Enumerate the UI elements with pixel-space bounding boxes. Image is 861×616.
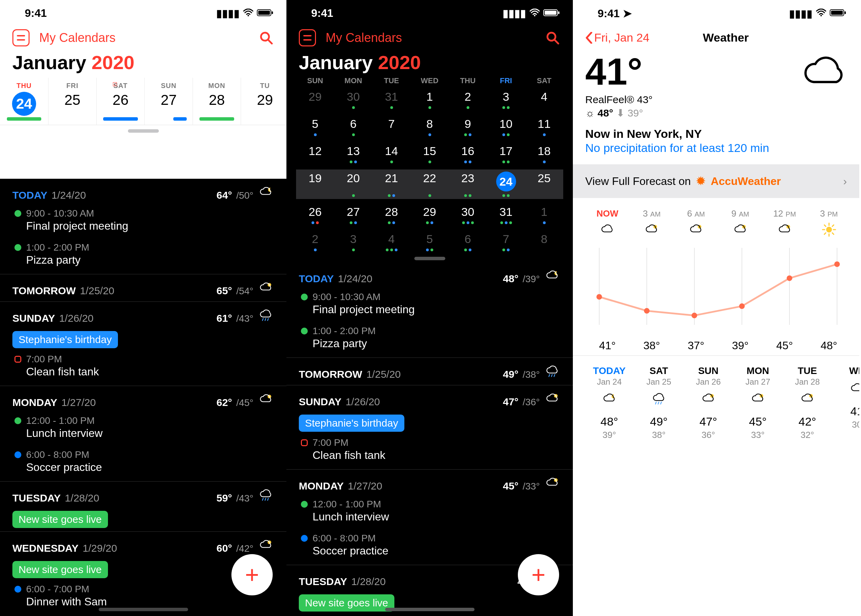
event-item[interactable]: 1:00 - 2:00 PM Pizza party bbox=[286, 324, 573, 357]
agenda-section-header[interactable]: TODAY 1/24/20 64°/50° bbox=[0, 179, 286, 206]
daily-forecast-day[interactable]: TUE Jan 28 42° 32° bbox=[783, 365, 831, 440]
month-grid[interactable]: SUNMONTUEWEDTHUFRISAT 293031123456789101… bbox=[286, 76, 573, 253]
calendar-day[interactable]: 6 bbox=[449, 230, 487, 253]
event-item[interactable]: 9:00 - 10:30 AM Final project meeting bbox=[286, 289, 573, 324]
daily-forecast[interactable]: TODAY Jan 24 48° 39°SAT Jan 25 49° 38°SU… bbox=[573, 355, 859, 440]
calendar-day[interactable]: 7 bbox=[487, 230, 525, 253]
home-indicator[interactable] bbox=[385, 608, 474, 611]
calendar-day[interactable]: 5 bbox=[296, 115, 334, 138]
daily-forecast-day[interactable]: SUN Jan 26 47° 36° bbox=[684, 365, 732, 440]
calendar-day[interactable]: 22 bbox=[411, 170, 449, 199]
calendar-day[interactable]: 19 bbox=[296, 170, 334, 199]
agenda-list[interactable]: TODAY 1/24/20 64°/50° 9:00 - 10:30 AM Fi… bbox=[0, 179, 286, 616]
calendar-day[interactable]: 30 bbox=[334, 88, 372, 111]
all-day-event-badge[interactable]: Stephanie's birthday bbox=[13, 331, 118, 348]
agenda-section-header[interactable]: SUNDAY 1/26/20 61°/43° bbox=[0, 302, 286, 329]
calendar-day[interactable]: 15 bbox=[411, 142, 449, 165]
calendar-day[interactable]: 17 bbox=[487, 142, 525, 165]
calendar-day[interactable]: 5 bbox=[411, 230, 449, 253]
event-item[interactable]: 9:00 - 10:30 AM Final project meeting bbox=[0, 206, 286, 240]
agenda-section-header[interactable]: TOMORROW 1/25/20 65°/54° bbox=[0, 274, 286, 302]
calendar-day[interactable]: 7 bbox=[372, 115, 411, 138]
daily-forecast-day[interactable]: WE 41 30 bbox=[833, 365, 859, 440]
calendar-day[interactable]: 13 bbox=[334, 142, 372, 165]
agenda-section-header[interactable]: TOMORROW 1/25/20 49°/38° bbox=[286, 357, 573, 385]
add-event-button[interactable]: + bbox=[231, 554, 273, 596]
calendar-day[interactable]: 31 bbox=[372, 88, 411, 111]
add-event-button[interactable]: + bbox=[518, 554, 559, 596]
day-cell[interactable]: MON 28 bbox=[192, 78, 241, 125]
event-item[interactable]: 6:00 - 8:00 PM Soccer practice bbox=[0, 447, 286, 481]
calendar-day[interactable]: 10 bbox=[487, 115, 525, 138]
calendar-day[interactable]: 31 bbox=[487, 203, 525, 226]
search-icon[interactable] bbox=[545, 30, 560, 46]
event-item[interactable]: 7:00 PM Clean fish tank bbox=[286, 435, 573, 469]
calendar-day[interactable]: 3 bbox=[334, 230, 372, 253]
precip-message[interactable]: No precipitation for at least 120 min bbox=[573, 141, 859, 164]
agenda-section-header[interactable]: TODAY 1/24/20 48°/39° bbox=[286, 262, 573, 289]
calendar-day[interactable]: 3 bbox=[487, 88, 525, 111]
calendar-day[interactable]: 20 bbox=[334, 170, 372, 199]
calendar-day[interactable]: 4 bbox=[372, 230, 411, 253]
calendar-day[interactable]: 12 bbox=[296, 142, 334, 165]
calendar-day[interactable]: 18 bbox=[525, 142, 563, 165]
calendar-day[interactable]: 24 bbox=[487, 170, 525, 199]
agenda-section-header[interactable]: SUNDAY 1/26/20 47°/36° bbox=[286, 385, 573, 413]
day-cell[interactable]: SUN 27 bbox=[145, 78, 192, 125]
menu-icon[interactable] bbox=[299, 29, 316, 46]
all-day-event-badge[interactable]: Stephanie's birthday bbox=[299, 415, 405, 432]
agenda-section-header[interactable]: MONDAY 1/27/20 62°/45° bbox=[0, 386, 286, 413]
calendar-day[interactable]: 8 bbox=[525, 230, 563, 253]
calendar-day[interactable]: 1 bbox=[525, 203, 563, 226]
search-icon[interactable] bbox=[258, 30, 274, 46]
hourly-forecast[interactable]: NOW3 AM6 AM9 AM12 PM3 PM 41°38°37°39°45°… bbox=[573, 198, 859, 355]
daily-forecast-day[interactable]: SAT Jan 25 49° 38° bbox=[635, 365, 683, 440]
calendar-day[interactable]: 6 bbox=[334, 115, 372, 138]
event-item[interactable]: 1:00 - 2:00 PM Pizza party bbox=[0, 240, 286, 274]
month-title[interactable]: January 2020 bbox=[286, 48, 573, 76]
agenda-section-header[interactable]: TUESDAY 1/28/20 59°/43° bbox=[0, 481, 286, 509]
calendar-selector[interactable]: My Calendars bbox=[39, 31, 249, 45]
calendar-day[interactable]: 29 bbox=[296, 88, 334, 111]
calendar-day[interactable]: 8 bbox=[411, 115, 449, 138]
calendar-day[interactable]: 4 bbox=[525, 88, 563, 111]
event-dots bbox=[411, 248, 449, 251]
menu-icon[interactable] bbox=[13, 29, 30, 46]
day-cell[interactable]: ☑SAT 26 bbox=[96, 78, 145, 125]
agenda-section-header[interactable]: MONDAY 1/27/20 45°/33° bbox=[286, 469, 573, 497]
calendar-day[interactable]: 29 bbox=[411, 203, 449, 226]
calendar-day[interactable]: 26 bbox=[296, 203, 334, 226]
calendar-day[interactable]: 21 bbox=[372, 170, 411, 199]
agenda-section-header[interactable]: WEDNESDAY 1/29/20 60°/42° bbox=[0, 531, 286, 559]
daily-forecast-day[interactable]: MON Jan 27 45° 33° bbox=[734, 365, 782, 440]
calendar-day[interactable]: 1 bbox=[411, 88, 449, 111]
calendar-selector[interactable]: My Calendars bbox=[326, 31, 535, 45]
event-item[interactable]: 12:00 - 1:00 PM Lunch interview bbox=[0, 413, 286, 447]
day-cell[interactable]: TU 29 bbox=[241, 78, 286, 125]
day-cell[interactable]: FRI 25 bbox=[48, 78, 96, 125]
drag-handle[interactable] bbox=[128, 129, 159, 133]
calendar-day[interactable]: 30 bbox=[449, 203, 487, 226]
calendar-day[interactable]: 14 bbox=[372, 142, 411, 165]
calendar-day[interactable]: 16 bbox=[449, 142, 487, 165]
calendar-day[interactable]: 28 bbox=[372, 203, 411, 226]
calendar-day[interactable]: 11 bbox=[525, 115, 563, 138]
drag-handle[interactable] bbox=[414, 257, 445, 260]
day-cell[interactable]: THU 24 bbox=[0, 78, 48, 125]
calendar-day[interactable]: 9 bbox=[449, 115, 487, 138]
week-strip[interactable]: THU 24FRI 25☑SAT 26SUN 27MON 28TU 29 bbox=[0, 78, 286, 125]
all-day-event-badge[interactable]: New site goes live bbox=[13, 561, 108, 578]
daily-forecast-day[interactable]: TODAY Jan 24 48° 39° bbox=[585, 365, 633, 440]
event-item[interactable]: 7:00 PM Clean fish tank bbox=[0, 352, 286, 386]
calendar-day[interactable]: 27 bbox=[334, 203, 372, 226]
calendar-day[interactable]: 2 bbox=[296, 230, 334, 253]
calendar-day[interactable]: 2 bbox=[449, 88, 487, 111]
month-title[interactable]: January 2020 bbox=[0, 48, 286, 76]
view-full-forecast-button[interactable]: View Full Forecast on ✹ AccuWeather › bbox=[573, 164, 859, 198]
all-day-event-badge[interactable]: New site goes live bbox=[13, 511, 108, 528]
home-indicator[interactable] bbox=[99, 608, 188, 611]
calendar-day[interactable]: 23 bbox=[449, 170, 487, 199]
all-day-event-badge[interactable]: New site goes live bbox=[299, 594, 394, 611]
calendar-day[interactable]: 25 bbox=[525, 170, 563, 199]
event-item[interactable]: 12:00 - 1:00 PM Lunch interview bbox=[286, 497, 573, 531]
